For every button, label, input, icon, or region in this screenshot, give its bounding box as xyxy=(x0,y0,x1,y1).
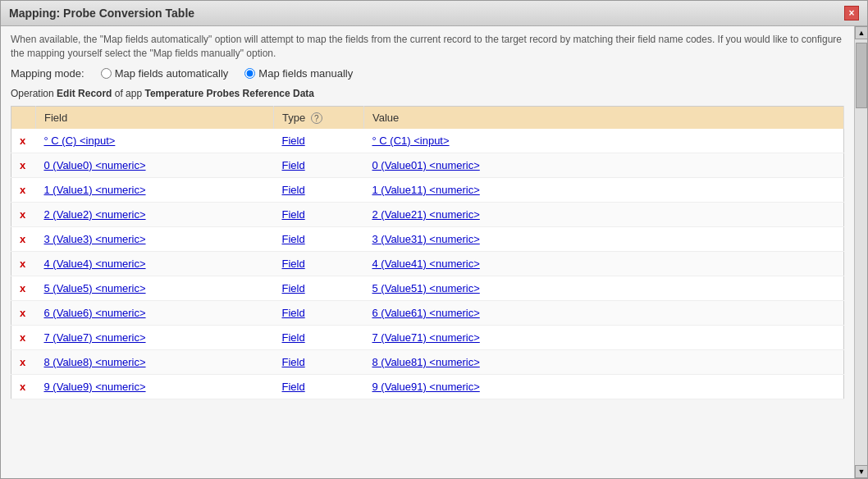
type-link[interactable]: Field xyxy=(282,208,305,221)
scroll-thumb[interactable] xyxy=(856,43,867,108)
remove-row-link[interactable]: x xyxy=(20,135,25,147)
dialog-title: Mapping: Probe Conversion Table xyxy=(9,7,194,20)
value-link[interactable]: 6 (Value61) <numeric> xyxy=(372,307,480,319)
field-link[interactable]: 0 (Value0) <numeric> xyxy=(44,159,146,171)
value-link[interactable]: ° C (C1) <input> xyxy=(372,135,450,147)
mapping-mode-row: Mapping mode: Map fields automatically M… xyxy=(11,67,844,80)
value-link[interactable]: 4 (Value41) <numeric> xyxy=(372,258,480,270)
field-link[interactable]: 8 (Value8) <numeric> xyxy=(44,356,146,368)
table-row: x° C (C) <input>Field° C (C1) <input> xyxy=(11,129,844,153)
row-action-cell: x xyxy=(11,129,36,153)
row-type-cell: Field xyxy=(274,178,364,203)
table-row: x4 (Value4) <numeric>Field4 (Value41) <n… xyxy=(11,252,844,276)
row-field-cell: ° C (C) <input> xyxy=(36,129,274,153)
value-link[interactable]: 5 (Value51) <numeric> xyxy=(372,282,480,294)
value-link[interactable]: 1 (Value11) <numeric> xyxy=(372,184,480,196)
value-link[interactable]: 0 (Value01) <numeric> xyxy=(372,159,480,171)
row-value-cell: 1 (Value11) <numeric> xyxy=(364,178,844,203)
table-row: x5 (Value5) <numeric>Field5 (Value51) <n… xyxy=(11,276,844,301)
field-link[interactable]: 3 (Value3) <numeric> xyxy=(44,233,146,245)
row-field-cell: 1 (Value1) <numeric> xyxy=(36,178,274,203)
value-link[interactable]: 3 (Value31) <numeric> xyxy=(372,233,480,245)
row-field-cell: 9 (Value9) <numeric> xyxy=(36,375,274,399)
row-value-cell: 5 (Value51) <numeric> xyxy=(364,276,844,301)
row-type-cell: Field xyxy=(274,276,364,301)
col-header-action xyxy=(11,106,36,129)
scroll-down-icon: ▼ xyxy=(858,468,866,476)
type-link[interactable]: Field xyxy=(282,331,305,344)
row-value-cell: 9 (Value91) <numeric> xyxy=(364,375,844,399)
radio-auto-label: Map fields automatically xyxy=(115,67,229,80)
value-link[interactable]: 2 (Value21) <numeric> xyxy=(372,208,480,221)
value-link[interactable]: 7 (Value71) <numeric> xyxy=(372,331,480,344)
remove-row-link[interactable]: x xyxy=(20,233,25,245)
close-button[interactable]: × xyxy=(844,6,859,21)
value-link[interactable]: 8 (Value81) <numeric> xyxy=(372,356,480,368)
type-link[interactable]: Field xyxy=(282,135,305,147)
table-row: x6 (Value6) <numeric>Field6 (Value61) <n… xyxy=(11,301,844,326)
row-type-cell: Field xyxy=(274,375,364,399)
type-link[interactable]: Field xyxy=(282,258,305,270)
operation-text: Operation Edit Record of app Temperature… xyxy=(11,88,844,99)
remove-row-link[interactable]: x xyxy=(20,307,25,319)
field-link[interactable]: 4 (Value4) <numeric> xyxy=(44,258,146,270)
row-action-cell: x xyxy=(11,276,36,301)
type-link[interactable]: Field xyxy=(282,184,305,196)
remove-row-link[interactable]: x xyxy=(20,159,25,171)
scroll-down-button[interactable]: ▼ xyxy=(855,465,867,478)
row-value-cell: ° C (C1) <input> xyxy=(364,129,844,153)
mapping-dialog: Mapping: Probe Conversion Table × When a… xyxy=(0,0,868,479)
type-help-icon[interactable]: ? xyxy=(311,112,322,124)
type-link[interactable]: Field xyxy=(282,356,305,368)
remove-row-link[interactable]: x xyxy=(20,356,25,368)
row-type-cell: Field xyxy=(274,252,364,276)
row-type-cell: Field xyxy=(274,301,364,326)
row-field-cell: 2 (Value2) <numeric> xyxy=(36,203,274,227)
row-field-cell: 8 (Value8) <numeric> xyxy=(36,350,274,375)
remove-row-link[interactable]: x xyxy=(20,258,25,270)
row-field-cell: 3 (Value3) <numeric> xyxy=(36,227,274,252)
table-row: x8 (Value8) <numeric>Field8 (Value81) <n… xyxy=(11,350,844,375)
remove-row-link[interactable]: x xyxy=(20,381,25,393)
field-link[interactable]: 6 (Value6) <numeric> xyxy=(44,307,146,319)
operation-app-name: Temperature Probes Reference Data xyxy=(144,88,314,99)
info-text: When available, the "Map fields automati… xyxy=(11,33,844,61)
row-field-cell: 6 (Value6) <numeric> xyxy=(36,301,274,326)
remove-row-link[interactable]: x xyxy=(20,331,25,344)
title-bar: Mapping: Probe Conversion Table × xyxy=(1,1,867,26)
row-value-cell: 2 (Value21) <numeric> xyxy=(364,203,844,227)
table-row: x2 (Value2) <numeric>Field2 (Value21) <n… xyxy=(11,203,844,227)
radio-auto-option[interactable]: Map fields automatically xyxy=(101,67,229,80)
field-link[interactable]: 9 (Value9) <numeric> xyxy=(44,381,146,393)
table-header-row: Field Type ? Value xyxy=(11,106,844,129)
type-link[interactable]: Field xyxy=(282,159,305,171)
value-link[interactable]: 9 (Value91) <numeric> xyxy=(372,381,480,393)
row-field-cell: 0 (Value0) <numeric> xyxy=(36,153,274,178)
row-value-cell: 7 (Value71) <numeric> xyxy=(364,326,844,350)
field-link[interactable]: 2 (Value2) <numeric> xyxy=(44,208,146,221)
mapping-table: Field Type ? Value x° C (C) <input>Field… xyxy=(11,106,844,400)
radio-manual[interactable] xyxy=(244,68,255,79)
scroll-up-button[interactable]: ▲ xyxy=(855,26,867,39)
radio-manual-option[interactable]: Map fields manually xyxy=(244,67,353,80)
main-content: When available, the "Map fields automati… xyxy=(1,26,854,478)
field-link[interactable]: ° C (C) <input> xyxy=(44,135,116,147)
type-link[interactable]: Field xyxy=(282,381,305,393)
field-link[interactable]: 1 (Value1) <numeric> xyxy=(44,184,146,196)
radio-auto[interactable] xyxy=(101,68,112,79)
type-link[interactable]: Field xyxy=(282,307,305,319)
scrollbar: ▲ ▼ xyxy=(854,26,867,478)
row-action-cell: x xyxy=(11,178,36,203)
type-link[interactable]: Field xyxy=(282,233,305,245)
type-link[interactable]: Field xyxy=(282,282,305,294)
table-row: x3 (Value3) <numeric>Field3 (Value31) <n… xyxy=(11,227,844,252)
row-type-cell: Field xyxy=(274,227,364,252)
remove-row-link[interactable]: x xyxy=(20,282,25,294)
row-type-cell: Field xyxy=(274,350,364,375)
row-action-cell: x xyxy=(11,375,36,399)
field-link[interactable]: 5 (Value5) <numeric> xyxy=(44,282,146,294)
remove-row-link[interactable]: x xyxy=(20,184,25,196)
remove-row-link[interactable]: x xyxy=(20,208,25,221)
scroll-up-icon: ▲ xyxy=(858,29,866,37)
field-link[interactable]: 7 (Value7) <numeric> xyxy=(44,331,146,344)
